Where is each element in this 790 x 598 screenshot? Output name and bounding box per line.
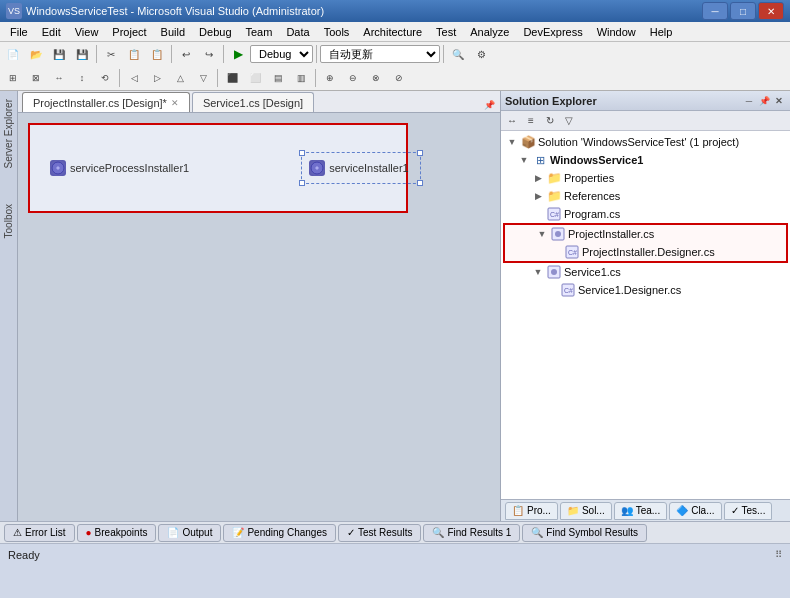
pending-changes-label: Pending Changes — [247, 527, 327, 538]
program-cs-icon: C# — [546, 207, 562, 221]
tb2-btn17[interactable]: ⊘ — [388, 68, 410, 88]
expander-properties[interactable]: ▶ — [531, 171, 545, 185]
expander-service1[interactable]: ▼ — [531, 265, 545, 279]
tb2-btn15[interactable]: ⊖ — [342, 68, 364, 88]
tb2-btn7[interactable]: ▷ — [146, 68, 168, 88]
tab-test-results[interactable]: ✓ Test Results — [338, 524, 421, 542]
new-project-btn[interactable]: 📄 — [2, 44, 24, 64]
menu-debug[interactable]: Debug — [193, 25, 237, 39]
menu-window[interactable]: Window — [591, 25, 642, 39]
menu-team[interactable]: Team — [240, 25, 279, 39]
bottom-tab-class[interactable]: 🔷 Cla... — [669, 502, 721, 520]
menu-architecture[interactable]: Architecture — [357, 25, 428, 39]
menu-project[interactable]: Project — [106, 25, 152, 39]
se-refresh-btn[interactable]: ↻ — [541, 113, 559, 129]
handle-bl — [299, 180, 305, 186]
bottom-tab-label-4: Cla... — [691, 505, 714, 516]
tb2-btn10[interactable]: ⬛ — [221, 68, 243, 88]
tab-pending-changes[interactable]: 📝 Pending Changes — [223, 524, 336, 542]
close-button[interactable]: ✕ — [758, 2, 784, 20]
se-sync-btn[interactable]: ↔ — [503, 113, 521, 129]
service-installer[interactable]: serviceInstaller1 — [309, 160, 408, 176]
tree-project-installer-designer[interactable]: C# ProjectInstaller.Designer.cs — [505, 243, 786, 261]
menu-analyze[interactable]: Analyze — [464, 25, 515, 39]
tab-breakpoints[interactable]: ● Breakpoints — [77, 524, 157, 542]
se-prop-btn[interactable]: ≡ — [522, 113, 540, 129]
tab-service1[interactable]: Service1.cs [Design] — [192, 92, 314, 112]
menu-edit[interactable]: Edit — [36, 25, 67, 39]
tree-service1-designer[interactable]: C# Service1.Designer.cs — [501, 281, 790, 299]
toolbar-btn-7[interactable]: ⚙ — [470, 44, 492, 64]
save-all-btn[interactable]: 💾 — [71, 44, 93, 64]
expander-proj-designer — [549, 245, 563, 259]
server-explorer-label[interactable]: Server Explorer — [1, 95, 16, 172]
se-filter-btn[interactable]: ▽ — [560, 113, 578, 129]
tb2-btn4[interactable]: ↕ — [71, 68, 93, 88]
tab-output[interactable]: 📄 Output — [158, 524, 221, 542]
tab-close-1[interactable]: ✕ — [171, 98, 179, 108]
tb2-btn11[interactable]: ⬜ — [244, 68, 266, 88]
menu-help[interactable]: Help — [644, 25, 679, 39]
tb2-btn1[interactable]: ⊞ — [2, 68, 24, 88]
bottom-panel-tabs: 📋 Pro... 📁 Sol... 👥 Tea... 🔷 Cla... ✓ Te… — [501, 499, 790, 521]
tb2-btn6[interactable]: ◁ — [123, 68, 145, 88]
menu-file[interactable]: File — [4, 25, 34, 39]
bottom-tab-test[interactable]: ✓ Tes... — [724, 502, 773, 520]
menu-tools[interactable]: Tools — [318, 25, 356, 39]
menu-view[interactable]: View — [69, 25, 105, 39]
toolbox-label[interactable]: Toolbox — [1, 200, 16, 242]
tb2-btn13[interactable]: ▥ — [290, 68, 312, 88]
menu-devexpress[interactable]: DevExpress — [517, 25, 588, 39]
menu-data[interactable]: Data — [280, 25, 315, 39]
tb2-btn3[interactable]: ↔ — [48, 68, 70, 88]
save-btn[interactable]: 💾 — [48, 44, 70, 64]
expander-project[interactable]: ▼ — [517, 153, 531, 167]
paste-btn[interactable]: 📋 — [146, 44, 168, 64]
toolbar-area: 📄 📂 💾 💾 ✂ 📋 📋 ↩ ↪ ▶ Debug 自动更新 🔍 ⚙ ⊞ ⊠ ↔… — [0, 42, 790, 91]
tree-program-cs[interactable]: C# Program.cs — [501, 205, 790, 223]
service-process-installer[interactable]: serviceProcessInstaller1 — [50, 160, 189, 176]
expander-project-installer[interactable]: ▼ — [535, 227, 549, 241]
menu-test[interactable]: Test — [430, 25, 462, 39]
menu-build[interactable]: Build — [155, 25, 191, 39]
tree-properties[interactable]: ▶ 📁 Properties — [501, 169, 790, 187]
tb2-btn12[interactable]: ▤ — [267, 68, 289, 88]
tree-service1[interactable]: ▼ Service1.cs — [501, 263, 790, 281]
cut-btn[interactable]: ✂ — [100, 44, 122, 64]
tb2-btn8[interactable]: △ — [169, 68, 191, 88]
expander-solution[interactable]: ▼ — [505, 135, 519, 149]
find-btn[interactable]: 🔍 — [447, 44, 469, 64]
tree-solution[interactable]: ▼ 📦 Solution 'WindowsServiceTest' (1 pro… — [501, 133, 790, 151]
copy-btn[interactable]: 📋 — [123, 44, 145, 64]
tree-project-installer[interactable]: ▼ ProjectInstaller.cs — [505, 225, 786, 243]
tb2-btn2[interactable]: ⊠ — [25, 68, 47, 88]
undo-btn[interactable]: ↩ — [175, 44, 197, 64]
platform-combo[interactable]: 自动更新 — [320, 45, 440, 63]
debug-config-combo[interactable]: Debug — [250, 45, 313, 63]
tb2-btn14[interactable]: ⊕ — [319, 68, 341, 88]
minimize-button[interactable]: ─ — [702, 2, 728, 20]
tb2-btn16[interactable]: ⊗ — [365, 68, 387, 88]
expander-references[interactable]: ▶ — [531, 189, 545, 203]
redo-btn[interactable]: ↪ — [198, 44, 220, 64]
panel-minus-btn[interactable]: ─ — [742, 94, 756, 108]
tab-error-list[interactable]: ⚠ Error List — [4, 524, 75, 542]
tab-project-installer[interactable]: ProjectInstaller.cs [Design]* ✕ — [22, 92, 190, 112]
bottom-tab-team[interactable]: 👥 Tea... — [614, 502, 667, 520]
start-btn[interactable]: ▶ — [227, 44, 249, 64]
tab-find-results[interactable]: 🔍 Find Results 1 — [423, 524, 520, 542]
tree-project[interactable]: ▼ ⊞ WindowsService1 — [501, 151, 790, 169]
panel-pin-btn[interactable]: 📌 — [757, 94, 771, 108]
tree-references[interactable]: ▶ 📁 References — [501, 187, 790, 205]
open-btn[interactable]: 📂 — [25, 44, 47, 64]
service1-designer-label: Service1.Designer.cs — [578, 284, 681, 296]
bottom-tab-solution[interactable]: 📁 Sol... — [560, 502, 612, 520]
tb2-btn9[interactable]: ▽ — [192, 68, 214, 88]
tab-find-symbol[interactable]: 🔍 Find Symbol Results — [522, 524, 647, 542]
tb2-btn5[interactable]: ⟲ — [94, 68, 116, 88]
bottom-tab-properties[interactable]: 📋 Pro... — [505, 502, 558, 520]
restore-button[interactable]: □ — [730, 2, 756, 20]
tab-pin-btn[interactable]: 📌 — [482, 98, 496, 112]
design-canvas[interactable]: serviceProcessInstaller1 serviceInstalle… — [18, 113, 500, 521]
panel-close-btn[interactable]: ✕ — [772, 94, 786, 108]
